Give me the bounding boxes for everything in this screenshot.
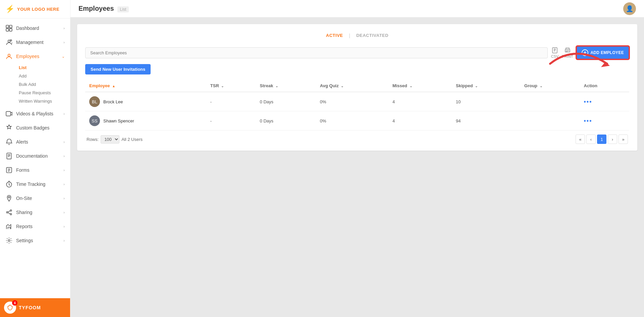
alerts-icon (5, 138, 13, 146)
action-menu-button[interactable]: ••• (584, 98, 592, 105)
avatar[interactable]: 👤 (623, 2, 636, 15)
employees-submenu: List Add Bulk Add Pause Requests Written… (0, 63, 70, 107)
missed-sort-icon: ⌄ (410, 84, 412, 88)
col-streak[interactable]: Streak ⌄ (256, 80, 316, 92)
forms-icon (5, 166, 13, 174)
sidebar-item-alerts[interactable]: Alerts › (0, 135, 70, 149)
rows-per-page-select[interactable]: 100 25 50 (101, 135, 119, 144)
sort-asc-icon: ▲ (112, 84, 115, 88)
table-footer: Rows: 100 25 50 All 2 Users « ‹ 1 › » (85, 130, 629, 144)
col-employee[interactable]: Employee ▲ (85, 80, 206, 92)
sidebar-item-management[interactable]: Management › (0, 35, 70, 49)
csv-button[interactable]: CSV (551, 47, 559, 58)
cell-missed: 4 (388, 92, 452, 111)
content-card: ACTIVE | DEACTIVATED CSV PRINT (77, 24, 637, 151)
submenu-bulk-add[interactable]: Bulk Add (16, 80, 70, 89)
action-menu-button[interactable]: ••• (584, 117, 592, 124)
settings-chevron: › (63, 239, 65, 243)
settings-icon (5, 237, 13, 244)
header-title-area: Employees List (78, 5, 129, 12)
submenu-written-warnings[interactable]: Written Warnings (16, 97, 70, 105)
videos-icon (5, 110, 13, 117)
cell-tsr: - (206, 111, 256, 130)
top-header: Employees List 👤 (70, 0, 644, 17)
sidebar-item-settings[interactable]: Settings › (0, 233, 70, 248)
send-invitations-button[interactable]: Send New User Invitations (85, 64, 151, 74)
table-row: BL Brock Lee - 0 Days 0% 4 10 ••• (85, 92, 629, 111)
col-group[interactable]: Group ⌄ (520, 80, 580, 92)
header-right: 👤 (623, 2, 636, 15)
svg-point-5 (10, 40, 11, 41)
sidebar-item-forms[interactable]: Forms › (0, 163, 70, 177)
prev-page-button[interactable]: ‹ (586, 135, 596, 144)
sidebar-item-employees[interactable]: Employees ⌄ (0, 49, 70, 63)
tabs: ACTIVE | DEACTIVATED (85, 31, 629, 40)
group-sort-icon: ⌄ (540, 84, 542, 88)
cell-missed: 4 (388, 111, 452, 130)
cell-avg-quiz: 0% (316, 92, 388, 111)
cell-action[interactable]: ••• (580, 92, 629, 111)
logo-area[interactable]: ⚡ YOUR LOGO HERE (0, 0, 70, 18)
page-title: Employees (78, 5, 114, 12)
avgquiz-sort-icon: ⌄ (341, 84, 343, 88)
first-page-button[interactable]: « (576, 135, 585, 144)
table-row: SS Shawn Spencer - 0 Days 0% 4 94 ••• (85, 111, 629, 130)
sidebar-item-time-tracking[interactable]: Time Tracking › (0, 177, 70, 191)
management-label: Management (16, 40, 63, 45)
col-skipped[interactable]: Skipped ⌄ (452, 80, 520, 92)
sidebar: ⚡ YOUR LOGO HERE Dashboard › Management … (0, 0, 70, 317)
svg-point-12 (6, 212, 8, 213)
tyfoom-footer[interactable]: 4 TYFOOM (0, 298, 70, 317)
sidebar-item-videos[interactable]: Videos & Playlists › (0, 107, 70, 121)
employee-table: Employee ▲ TSR ⌄ Streak ⌄ Avg Quiz (85, 80, 629, 130)
action-icons: CSV PRINT (551, 47, 573, 58)
logo-text: YOUR LOGO HERE (17, 7, 59, 12)
print-button[interactable]: PRINT (562, 47, 573, 58)
col-missed[interactable]: Missed ⌄ (388, 80, 452, 92)
svg-rect-7 (6, 111, 10, 116)
employee-avatar: BL (89, 96, 100, 107)
sidebar-item-custom-badges[interactable]: Custom Badges (0, 121, 70, 135)
cell-group (520, 92, 580, 111)
employees-chevron: ⌄ (62, 54, 65, 59)
on-site-icon (5, 195, 13, 202)
sidebar-nav: Dashboard › Management › Employees ⌄ Lis… (0, 18, 70, 298)
svg-rect-0 (6, 25, 9, 28)
management-chevron: › (63, 40, 65, 44)
submenu-list[interactable]: List (16, 63, 70, 72)
add-employee-button[interactable]: + ADD EMPLOYEE (576, 46, 629, 59)
col-avg-quiz[interactable]: Avg Quiz ⌄ (316, 80, 388, 92)
svg-point-13 (10, 213, 11, 215)
employee-name-text: Brock Lee (103, 99, 123, 104)
cell-streak: 0 Days (256, 92, 316, 111)
dashboard-label: Dashboard (16, 25, 63, 31)
last-page-button[interactable]: » (619, 135, 628, 144)
time-tracking-chevron: › (63, 182, 65, 186)
cell-avg-quiz: 0% (316, 111, 388, 130)
videos-chevron: › (63, 112, 65, 116)
sidebar-item-documentation[interactable]: Documentation › (0, 149, 70, 163)
tab-active[interactable]: ACTIVE (320, 31, 349, 40)
logo-icon: ⚡ (5, 5, 14, 13)
tyfoom-logo: 4 (4, 302, 16, 314)
next-page-button[interactable]: › (608, 135, 617, 144)
cell-action[interactable]: ••• (580, 111, 629, 130)
alerts-label: Alerts (16, 139, 63, 145)
sidebar-item-dashboard[interactable]: Dashboard › (0, 21, 70, 35)
tab-deactivated[interactable]: DEACTIVATED (350, 31, 394, 40)
sidebar-item-on-site[interactable]: On-Site › (0, 191, 70, 205)
invite-btn-row: Send New User Invitations (85, 64, 629, 80)
search-input[interactable] (85, 47, 548, 58)
svg-point-14 (8, 240, 10, 242)
submenu-add[interactable]: Add (16, 72, 70, 80)
sidebar-item-reports[interactable]: Reports › (0, 219, 70, 233)
sidebar-item-sharing[interactable]: Sharing › (0, 205, 70, 219)
sharing-chevron: › (63, 210, 65, 214)
svg-rect-1 (9, 25, 12, 28)
page-1-button[interactable]: 1 (597, 135, 606, 144)
svg-rect-15 (552, 48, 557, 53)
submenu-pause-requests[interactable]: Pause Requests (16, 89, 70, 97)
reports-label: Reports (16, 224, 63, 229)
col-tsr[interactable]: TSR ⌄ (206, 80, 256, 92)
employee-avatar: SS (89, 115, 100, 126)
